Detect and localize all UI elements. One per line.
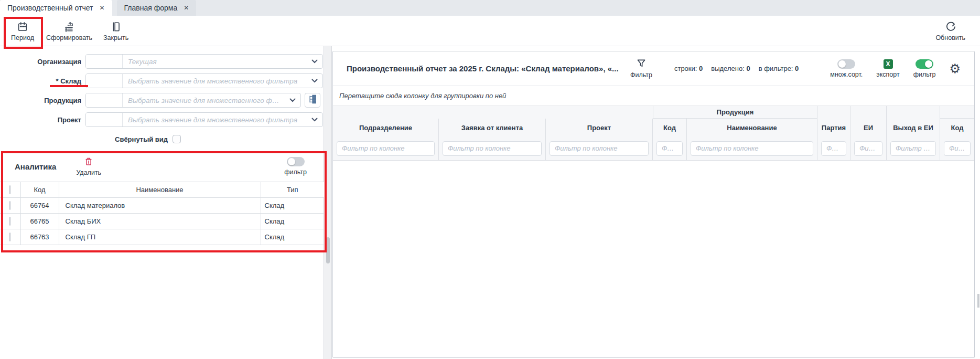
organization-label: Организация	[0, 58, 81, 66]
filter-cell	[940, 136, 974, 160]
row-checkbox-cell	[0, 198, 20, 214]
organization-input[interactable]	[123, 55, 307, 68]
row-checkbox[interactable]	[9, 233, 10, 241]
delete-button[interactable]: Удалить	[76, 156, 101, 176]
grid-filter-toggle[interactable]	[916, 59, 933, 69]
column-filter-input[interactable]	[854, 141, 882, 156]
refresh-icon	[945, 21, 956, 33]
filter-button[interactable]: Фильтр	[630, 58, 652, 79]
column-filter-input[interactable]	[944, 141, 971, 156]
column-filter-input[interactable]	[443, 141, 542, 156]
multisort-toggle[interactable]	[837, 59, 855, 69]
column-header-product-name[interactable]: Наименование	[687, 119, 817, 136]
close-icon[interactable]: ✕	[99, 4, 104, 12]
field-row-project: Проект	[0, 112, 324, 127]
report-title: Производственный отчет за 2025 г. Склады…	[347, 64, 630, 73]
multisort-label: множ.сорт.	[830, 71, 863, 78]
column-header-code2[interactable]: Код	[940, 119, 974, 136]
chevron-down-icon[interactable]	[307, 59, 322, 64]
column-header-division[interactable]: Подразделение	[333, 119, 439, 136]
group-spacer	[817, 106, 850, 119]
export-button[interactable]: X экспорт	[876, 59, 899, 78]
toolbar: Период Сформировать Закрыть	[0, 16, 980, 46]
cell-code: 66764	[20, 198, 59, 214]
filter-cell	[687, 136, 817, 160]
tab-label: Производственный отчет	[7, 4, 93, 12]
cell-code: 66765	[20, 214, 59, 229]
hierarchy-tree-button[interactable]	[305, 93, 320, 108]
table-row[interactable]: 66764 Склад материалов Склад	[0, 198, 324, 214]
funnel-icon	[636, 58, 647, 70]
grid-filter-row	[333, 136, 974, 160]
tab-label: Главная форма	[124, 4, 178, 12]
table-row[interactable]: 66765 Склад БИХ Склад	[0, 214, 324, 229]
column-filter-input[interactable]	[550, 141, 649, 156]
organization-code-input[interactable]	[86, 55, 123, 68]
project-input[interactable]	[123, 113, 307, 126]
project-label: Проект	[0, 116, 81, 124]
refresh-button[interactable]: Обновить	[930, 19, 971, 43]
scrollbar-thumb[interactable]	[326, 237, 330, 263]
chevron-down-icon[interactable]	[307, 118, 322, 122]
export-label: экспорт	[876, 71, 899, 78]
filter-cell	[887, 136, 940, 160]
column-filter-input[interactable]	[656, 141, 683, 156]
period-button[interactable]: Период	[4, 19, 41, 43]
chevron-down-icon[interactable]	[285, 98, 300, 102]
column-header-unit[interactable]: ЕИ	[850, 119, 887, 136]
group-by-bar[interactable]: Перетащите сюда колонку для группировки …	[333, 86, 974, 106]
right-scrollbar-thumb[interactable]	[977, 294, 979, 308]
collapsed-view-row: Свёрнутый вид	[115, 134, 324, 144]
cell-name: Склад БИХ	[59, 214, 261, 229]
refresh-label: Обновить	[935, 34, 965, 41]
left-panel-scrollbar[interactable]	[324, 46, 332, 359]
products-field	[85, 93, 301, 108]
group-spacer	[850, 106, 887, 119]
tab-production-report[interactable]: Производственный отчет ✕	[0, 0, 112, 16]
analytics-table: Код Наименование Тип 66764 Склад материа…	[0, 182, 324, 245]
toggle-knob	[288, 158, 295, 165]
collapsed-view-checkbox[interactable]	[173, 135, 181, 143]
cell-code: 66763	[20, 229, 59, 245]
close-icon[interactable]: ✕	[184, 4, 189, 12]
generate-button[interactable]: Сформировать	[41, 19, 98, 43]
tab-main-form[interactable]: Главная форма ✕	[117, 0, 197, 16]
chevron-down-icon[interactable]	[307, 79, 322, 83]
select-all-cell	[0, 182, 20, 198]
group-spacer	[887, 106, 940, 119]
warehouse-field	[85, 73, 323, 88]
row-checkbox-cell	[0, 214, 20, 229]
row-checkbox[interactable]	[9, 217, 10, 226]
field-row-warehouse: * Склад	[0, 73, 324, 88]
warehouse-input[interactable]	[123, 74, 307, 88]
column-filter-input[interactable]	[691, 141, 813, 156]
analytics-section: Аналитика Удалить	[0, 151, 324, 245]
column-header-project[interactable]: Проект	[546, 119, 653, 136]
column-header-output-in-unit[interactable]: Выход в ЕИ	[887, 119, 940, 136]
project-code-input[interactable]	[86, 113, 123, 126]
column-header-batch[interactable]: Партия	[817, 119, 850, 136]
cell-name: Склад ГП	[59, 229, 261, 245]
generate-report-icon	[63, 21, 75, 33]
column-header-client-request[interactable]: Заявка от клиента	[439, 119, 546, 136]
column-filter-input[interactable]	[337, 141, 435, 156]
products-code-input[interactable]	[86, 93, 123, 107]
warehouse-code-input[interactable]	[86, 74, 123, 88]
row-checkbox[interactable]	[9, 201, 10, 210]
organization-field	[85, 54, 323, 69]
analytics-filter-label: фильтр	[284, 168, 307, 176]
close-form-button[interactable]: Закрыть	[98, 19, 134, 43]
table-row[interactable]: 66763 Склад ГП Склад	[0, 229, 324, 245]
column-header-type: Тип	[261, 182, 324, 198]
products-input[interactable]	[123, 93, 285, 107]
analytics-filter-toggle[interactable]	[287, 157, 305, 166]
gear-icon[interactable]: ⚙	[949, 62, 961, 75]
column-filter-input[interactable]	[890, 141, 936, 156]
stat-selected: выделено: 0	[711, 65, 750, 72]
select-all-checkbox[interactable]	[9, 185, 10, 194]
content-area: Организация * Склад	[0, 46, 980, 359]
grid-column-labels-row: Подразделение Заявка от клиента Проект К…	[333, 119, 974, 136]
column-header-product-code[interactable]: Код	[653, 119, 687, 136]
column-filter-input[interactable]	[821, 141, 846, 156]
analytics-header: Аналитика Удалить	[0, 151, 324, 182]
